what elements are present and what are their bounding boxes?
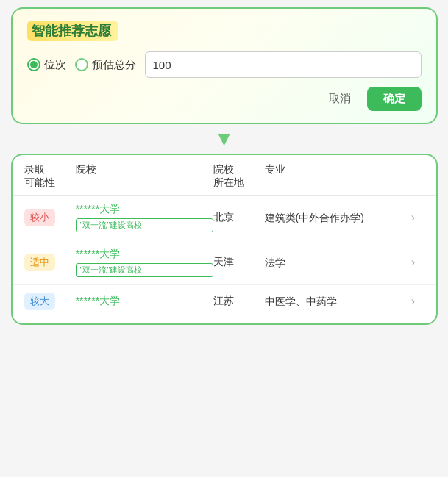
cancel-button[interactable]: 取消 [321, 87, 358, 110]
school-col: ******大学 "双一流"建设高校 [76, 203, 213, 232]
table-row[interactable]: 较大 ******大学 江苏 中医学、中药学 › [13, 285, 436, 318]
score-input[interactable] [145, 51, 422, 78]
location-cell: 江苏 [213, 295, 265, 308]
possibility-badge-medium: 适中 [24, 254, 55, 271]
table-header: 录取 可能性 院校 院校 所在地 专业 [13, 155, 436, 196]
school-col: ******大学 [76, 295, 213, 308]
expand-icon[interactable]: › [402, 211, 424, 224]
school-name: ******大学 [76, 203, 213, 216]
expand-icon[interactable]: › [402, 295, 424, 308]
card-title: 智能推荐志愿 [27, 21, 118, 41]
confirm-button[interactable]: 确定 [367, 87, 422, 111]
location-cell: 天津 [213, 256, 265, 269]
possibility-cell: 较小 [24, 209, 76, 226]
school-name: ******大学 [76, 248, 213, 261]
th-possibility: 录取 可能性 [24, 162, 76, 189]
th-expand [402, 162, 424, 189]
radio-score-label: 预估总分 [92, 58, 136, 72]
possibility-badge-small: 较小 [24, 209, 55, 226]
major-cell: 法学 [265, 256, 402, 270]
radio-option-score[interactable]: 预估总分 [75, 58, 136, 72]
table-row[interactable]: 适中 ******大学 "双一流"建设高校 天津 法学 › [13, 240, 436, 285]
bottom-card: 录取 可能性 院校 院校 所在地 专业 较小 ******大学 "双一流"建设高… [11, 154, 438, 325]
down-arrow-icon: ▼ [214, 129, 235, 149]
major-cell: 建筑类(中外合作办学) [265, 211, 402, 226]
th-location: 院校 所在地 [213, 162, 265, 189]
major-cell: 中医学、中药学 [265, 295, 402, 309]
arrow-container: ▼ [11, 124, 438, 154]
radio-rank-circle[interactable] [27, 58, 40, 71]
school-name: ******大学 [76, 295, 213, 308]
top-card: 智能推荐志愿 位次 预估总分 取消 确定 [11, 7, 438, 124]
action-row: 取消 确定 [27, 87, 422, 111]
possibility-cell: 较大 [24, 293, 76, 310]
th-major: 专业 [265, 162, 402, 189]
radio-rank-label: 位次 [44, 58, 66, 72]
school-tag: "双一流"建设高校 [76, 218, 213, 232]
possibility-cell: 适中 [24, 254, 76, 271]
school-tag: "双一流"建设高校 [76, 263, 213, 277]
school-col: ******大学 "双一流"建设高校 [76, 248, 213, 277]
page-container: 智能推荐志愿 位次 预估总分 取消 确定 ▼ 录取 可能性 院校 院校 所在地 [11, 7, 438, 325]
radio-option-rank[interactable]: 位次 [27, 58, 66, 72]
table-row[interactable]: 较小 ******大学 "双一流"建设高校 北京 建筑类(中外合作办学) › [13, 196, 436, 240]
expand-icon[interactable]: › [402, 256, 424, 269]
location-cell: 北京 [213, 211, 265, 224]
radio-row: 位次 预估总分 [27, 51, 422, 78]
possibility-badge-large: 较大 [24, 293, 55, 310]
radio-score-circle[interactable] [75, 58, 88, 71]
th-school: 院校 [76, 162, 213, 189]
